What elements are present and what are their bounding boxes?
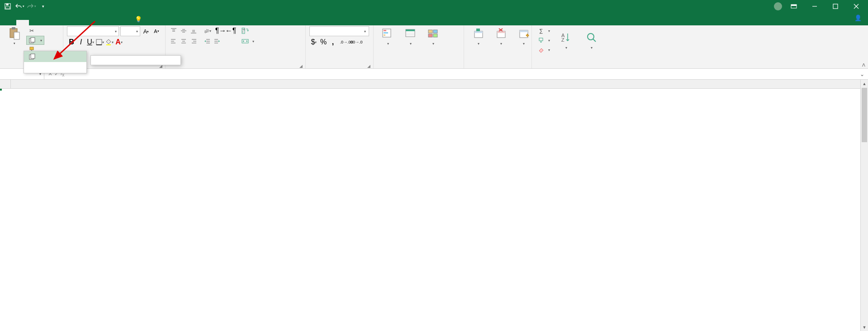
increase-indent-icon[interactable] [213,37,222,46]
sigma-icon: ∑ [537,27,545,34]
tab-help[interactable] [105,20,118,25]
fill-color-button[interactable]: ▾ [105,38,114,47]
insert-icon [472,27,485,40]
svg-rect-16 [96,39,102,45]
rtl-icon[interactable]: ←¶ [226,26,235,35]
collapse-ribbon-icon[interactable]: ᐱ [862,62,865,67]
menu-copy-as-picture[interactable] [24,62,86,73]
underline-button[interactable]: U▾ [86,38,95,47]
tab-data[interactable] [67,20,80,25]
tab-view[interactable] [92,20,105,25]
tab-formulas[interactable] [54,20,67,25]
tab-home[interactable] [16,20,29,25]
copy-split-button[interactable]: ▾ [26,36,44,45]
sort-filter-button[interactable]: AZ ▾ [555,30,577,51]
merge-center-button[interactable]: ▾ [240,37,256,46]
group-editing-label [536,67,619,68]
autosum-button[interactable]: ∑▾ [536,26,552,35]
align-left-icon[interactable] [169,37,178,46]
maximize-icon[interactable] [826,0,844,13]
svg-rect-49 [384,30,386,31]
delete-icon [495,27,508,40]
wrap-text-button[interactable]: abc [240,26,256,35]
worksheet-grid[interactable]: ▲ ▼ [0,80,868,331]
format-as-table-button[interactable]: ▾ [400,26,422,47]
tab-file[interactable] [4,20,16,25]
svg-rect-50 [384,32,388,34]
svg-rect-18 [106,44,111,45]
vertical-scrollbar[interactable]: ▲ ▼ [860,80,868,331]
scroll-up-icon[interactable]: ▲ [861,80,868,87]
grow-font-icon[interactable]: A▴ [142,27,151,36]
svg-text:Z: Z [561,37,564,43]
tab-insert[interactable] [29,20,42,25]
align-center-icon[interactable] [179,37,188,46]
border-button[interactable]: ▾ [95,38,104,47]
paste-button[interactable]: ▾ [4,26,25,46]
quick-access-toolbar: ▾ ▾ ▾ [0,1,51,11]
save-icon[interactable] [3,1,13,11]
svg-rect-4 [791,5,797,6]
svg-line-73 [593,39,596,42]
group-styles-label [377,67,460,68]
conditional-formatting-button[interactable]: ▾ [377,26,399,47]
svg-rect-56 [428,30,432,33]
share-button[interactable]: 👤 [854,14,863,21]
menu-copy[interactable] [24,51,86,62]
lightbulb-icon: 💡 [135,16,142,23]
align-bottom-icon[interactable] [189,26,198,35]
italic-button[interactable]: I [76,38,85,47]
font-size-combo[interactable]: ▾ [120,26,140,36]
bold-button[interactable]: B [67,38,76,47]
close-icon[interactable] [847,0,865,13]
find-icon [585,31,598,44]
shrink-font-icon[interactable]: A▾ [152,27,161,36]
svg-text:ab: ab [204,28,209,34]
redo-icon[interactable]: ▾ [26,1,36,11]
percent-icon[interactable]: % [319,38,328,47]
select-all-button[interactable] [0,80,11,88]
tab-page-layout[interactable] [42,20,54,25]
align-top-icon[interactable] [169,26,178,35]
fill-button[interactable]: ▾ [536,36,552,45]
find-select-button[interactable]: ▾ [581,30,602,51]
svg-rect-13 [31,38,35,42]
comma-icon[interactable]: , [328,38,337,47]
insert-cells-button[interactable]: ▾ [468,26,489,47]
undo-icon[interactable]: ▾ [14,1,24,11]
user-avatar[interactable] [774,2,782,10]
font-color-button[interactable]: A▾ [114,38,123,47]
svg-point-72 [588,34,594,40]
scroll-down-icon[interactable]: ▼ [861,323,868,331]
cell-styles-icon [427,27,440,40]
number-format-combo[interactable]: ▾ [309,26,369,36]
tab-foxit[interactable] [118,20,130,25]
ribbon-options-icon[interactable] [785,0,803,13]
align-middle-icon[interactable] [179,26,188,35]
fill-down-icon [537,37,545,44]
cell-styles-button[interactable]: ▾ [422,26,444,47]
ltr-icon[interactable]: ¶→ [216,26,225,35]
expand-formula-bar-icon[interactable]: ⌄ [856,71,868,77]
svg-rect-75 [31,54,35,58]
qat-customize-icon[interactable]: ▾ [38,1,48,11]
minimize-icon[interactable] [806,0,824,13]
orientation-icon[interactable]: ab▾ [203,26,212,35]
delete-cells-button[interactable]: ▾ [490,26,512,47]
launcher-icon[interactable]: ◢ [367,64,370,68]
currency-icon[interactable]: $▾ [309,38,318,47]
format-icon [517,27,530,40]
clear-button[interactable]: ▾ [536,45,552,54]
decrease-decimal-icon[interactable]: .00→.0 [351,38,360,47]
tab-review[interactable] [80,20,92,25]
tell-me-search[interactable]: 💡 [130,13,149,25]
scroll-thumb[interactable] [862,88,867,142]
cut-button[interactable]: ✂ [26,26,44,35]
scissors-icon: ✂ [28,27,35,34]
launcher-icon[interactable]: ◢ [299,64,303,68]
font-name-combo[interactable]: ▾ [67,26,119,36]
format-cells-button[interactable]: ▾ [513,26,535,47]
align-right-icon[interactable] [189,37,198,46]
decrease-indent-icon[interactable] [203,37,212,46]
svg-rect-61 [474,31,483,33]
